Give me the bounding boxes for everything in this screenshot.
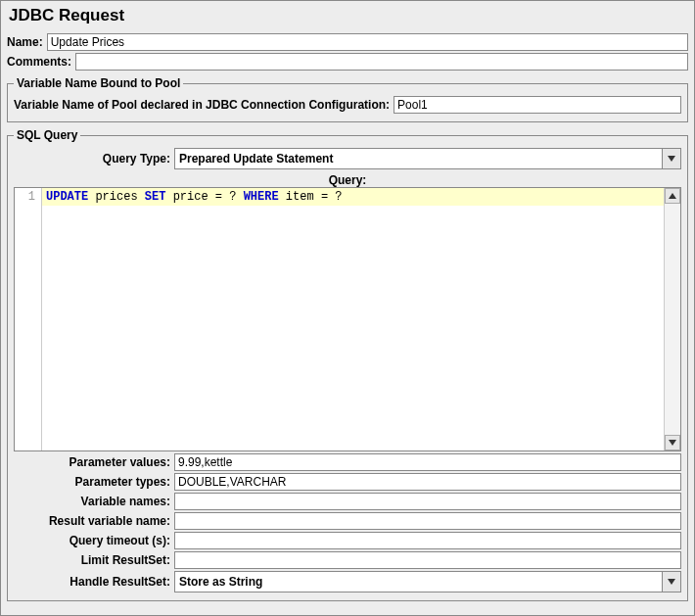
result-var-input[interactable] <box>174 512 681 530</box>
scroll-track[interactable] <box>665 204 680 435</box>
query-type-combo[interactable]: Prepared Update Statement <box>174 148 681 169</box>
limit-label: Limit ResultSet: <box>14 553 170 567</box>
sql-legend: SQL Query <box>14 128 80 142</box>
timeout-row: Query timeout (s): <box>14 532 681 549</box>
svg-marker-0 <box>668 156 675 162</box>
scroll-down-icon[interactable] <box>665 435 680 450</box>
pool-input[interactable] <box>394 96 681 114</box>
handle-rs-value: Store as String <box>175 572 662 592</box>
var-names-row: Variable names: <box>14 493 681 510</box>
param-types-label: Parameter types: <box>14 475 170 489</box>
result-var-label: Result variable name: <box>14 514 170 528</box>
handle-rs-combo[interactable]: Store as String <box>174 571 681 592</box>
handle-rs-row: Handle ResultSet: Store as String <box>14 571 681 592</box>
chevron-down-icon[interactable] <box>662 572 680 592</box>
query-type-value: Prepared Update Statement <box>175 149 662 168</box>
var-names-label: Variable names: <box>14 495 170 508</box>
limit-row: Limit ResultSet: <box>14 551 681 569</box>
page-title: JDBC Request <box>9 6 688 25</box>
name-label: Name: <box>7 35 43 49</box>
result-var-row: Result variable name: <box>14 512 681 530</box>
pool-legend: Variable Name Bound to Pool <box>14 76 183 90</box>
timeout-label: Query timeout (s): <box>14 534 170 547</box>
pool-label: Variable Name of Pool declared in JDBC C… <box>14 98 390 112</box>
line-number: 1 <box>15 190 35 204</box>
editor-code[interactable]: UPDATE prices SET price = ? WHERE item =… <box>42 188 664 450</box>
svg-marker-3 <box>668 579 675 585</box>
comments-row: Comments: <box>7 53 688 71</box>
query-type-row: Query Type: Prepared Update Statement <box>14 148 681 169</box>
svg-marker-2 <box>669 440 676 446</box>
sql-fieldset: SQL Query Query Type: Prepared Update St… <box>7 128 688 601</box>
pool-row: Variable Name of Pool declared in JDBC C… <box>14 96 681 114</box>
pool-fieldset: Variable Name Bound to Pool Variable Nam… <box>7 76 688 122</box>
param-types-row: Parameter types: <box>14 473 681 491</box>
param-values-label: Parameter values: <box>14 455 170 469</box>
var-names-input[interactable] <box>174 493 681 510</box>
jdbc-request-panel: JDBC Request Name: Comments: Variable Na… <box>0 0 695 616</box>
query-editor[interactable]: 1 UPDATE prices SET price = ? WHERE item… <box>14 187 681 451</box>
comments-label: Comments: <box>7 55 71 69</box>
comments-input[interactable] <box>75 53 688 71</box>
sql-code-line[interactable]: UPDATE prices SET price = ? WHERE item =… <box>42 188 664 206</box>
name-input[interactable] <box>47 33 688 51</box>
scroll-up-icon[interactable] <box>665 188 680 204</box>
timeout-input[interactable] <box>174 532 681 549</box>
query-label: Query: <box>14 173 681 187</box>
name-row: Name: <box>7 33 688 51</box>
param-types-input[interactable] <box>174 473 681 491</box>
handle-rs-label: Handle ResultSet: <box>14 575 170 589</box>
param-values-row: Parameter values: <box>14 453 681 471</box>
query-type-label: Query Type: <box>14 152 170 166</box>
limit-input[interactable] <box>174 551 681 569</box>
chevron-down-icon[interactable] <box>662 149 680 168</box>
param-values-input[interactable] <box>174 453 681 471</box>
editor-scrollbar[interactable] <box>664 188 680 450</box>
editor-gutter: 1 <box>15 188 42 450</box>
svg-marker-1 <box>669 193 676 199</box>
